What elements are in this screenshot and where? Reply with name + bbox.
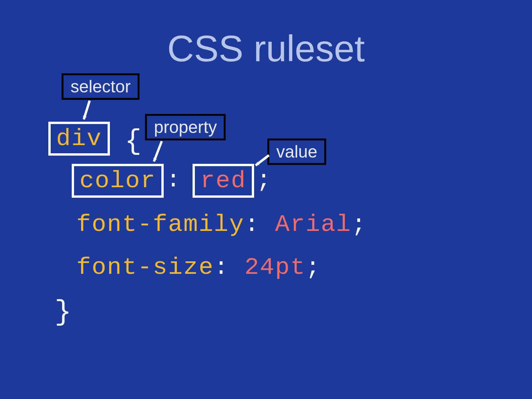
code-brace-open: { — [125, 126, 142, 158]
label-property: property — [145, 114, 226, 140]
code-decl3: font-size: 24pt; — [76, 254, 321, 281]
label-selector: selector — [62, 73, 140, 100]
code-decl1-val: red — [200, 167, 246, 195]
slide-title: CSS ruleset — [0, 27, 532, 70]
svg-line-1 — [154, 141, 162, 161]
value-box: red — [193, 164, 254, 198]
label-value: value — [267, 138, 326, 165]
code-decl1-colon: : — [166, 166, 181, 194]
code-decl1-prop: color — [80, 167, 156, 195]
code-brace-close: } — [55, 296, 72, 328]
code-decl2: font-family: Arial; — [76, 211, 367, 238]
property-box: color — [72, 164, 164, 198]
code-decl1-semi: ; — [256, 166, 272, 194]
selector-box: div — [48, 122, 110, 156]
svg-line-0 — [84, 101, 90, 119]
code-selector: div — [56, 125, 102, 153]
svg-line-2 — [256, 155, 269, 165]
